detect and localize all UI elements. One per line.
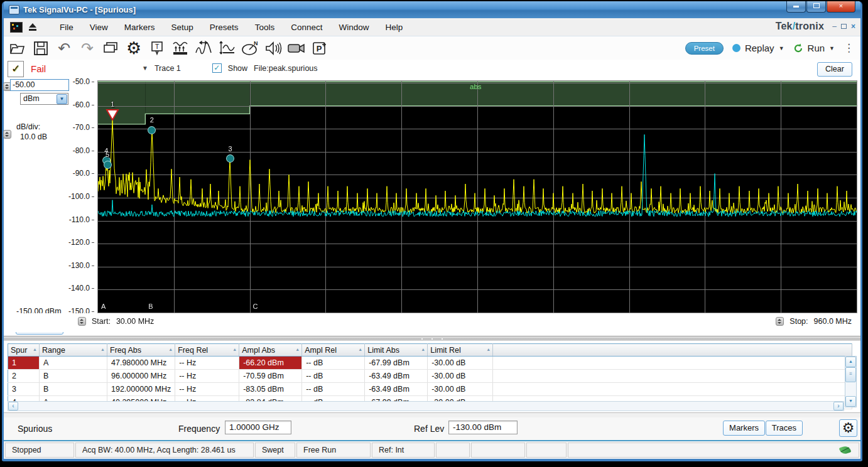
- preset-plus-icon[interactable]: P: [310, 40, 329, 57]
- column-header[interactable]: Ampl Rel▲: [302, 344, 365, 357]
- clear-button[interactable]: Clear: [817, 62, 852, 77]
- menu-help[interactable]: Help: [377, 20, 411, 35]
- table-cell[interactable]: 192.000000 MHz: [107, 383, 175, 396]
- table-cell[interactable]: -66.20 dBm: [239, 357, 302, 370]
- table-cell[interactable]: 47.980000 MHz: [107, 357, 175, 370]
- table-row[interactable]: 2B96.000000 MHz-- Hz-70.59 dBm-- dB-63.4…: [8, 370, 852, 383]
- settings-gear-icon[interactable]: ⚙: [124, 40, 143, 57]
- run-caret-icon[interactable]: ▼: [829, 45, 835, 51]
- table-cell[interactable]: -30.00 dB: [428, 357, 493, 370]
- spectrum-plot[interactable]: abs 12345ABC: [97, 80, 857, 313]
- table-cell[interactable]: -83.05 dBm: [239, 383, 302, 396]
- ref-lev-input[interactable]: -130.00 dBm: [448, 421, 518, 434]
- menu-tools[interactable]: Tools: [247, 20, 283, 35]
- run-button[interactable]: Run ▼: [793, 43, 835, 53]
- menu-markers[interactable]: Markers: [116, 20, 163, 35]
- table-cell[interactable]: -30.00 dB: [428, 370, 493, 383]
- db-div-spinner[interactable]: [3, 130, 11, 139]
- undo-icon[interactable]: ↶: [55, 40, 73, 57]
- child-close-button[interactable]: ×: [851, 22, 855, 31]
- table-cell[interactable]: -- dB: [302, 357, 365, 370]
- show-checkbox[interactable]: ✓: [212, 63, 222, 73]
- more-options-icon[interactable]: ⋮: [844, 41, 854, 55]
- peak-marker-icon[interactable]: [194, 40, 213, 57]
- text-marker-icon[interactable]: T: [148, 40, 166, 57]
- sort-asc-icon[interactable]: ▲: [295, 347, 300, 352]
- spurious-icon[interactable]: [171, 40, 190, 57]
- replay-button[interactable]: Replay ▼: [732, 43, 784, 53]
- trace-dropdown-caret-icon[interactable]: ▼: [142, 65, 148, 72]
- marker-2[interactable]: [148, 127, 155, 134]
- scroll-up-icon[interactable]: ▲: [845, 357, 856, 367]
- sort-asc-icon[interactable]: ▲: [33, 347, 37, 352]
- table-row[interactable]: 1A47.980000 MHz-- Hz-66.20 dBm-- dB-67.9…: [8, 357, 852, 370]
- table-cell[interactable]: -30.00 dB: [428, 383, 493, 396]
- child-restore-button[interactable]: [841, 24, 847, 29]
- unit-select[interactable]: dBm ▼: [20, 93, 68, 105]
- table-cell[interactable]: -- dB: [302, 370, 365, 383]
- menu-presets[interactable]: Presets: [202, 20, 247, 35]
- open-icon[interactable]: [8, 40, 27, 57]
- scroll-thumb[interactable]: ≡: [845, 367, 856, 382]
- column-header[interactable]: Freq Abs▲: [107, 344, 175, 357]
- table-cell[interactable]: B: [40, 370, 107, 383]
- table-cell[interactable]: -70.59 dBm: [239, 370, 302, 383]
- sort-asc-icon[interactable]: ▲: [358, 347, 362, 352]
- stop-freq-spinner[interactable]: [776, 317, 784, 326]
- maximize-button[interactable]: [806, 1, 826, 13]
- column-header[interactable]: Spur▲: [8, 344, 40, 357]
- preset-button[interactable]: Preset: [685, 42, 724, 55]
- marker-5[interactable]: [104, 161, 111, 168]
- table-cell[interactable]: -- Hz: [175, 383, 239, 396]
- marker-1-selected[interactable]: [106, 109, 119, 121]
- title-bar[interactable]: Tek SignalVu-PC - [Spurious] ×: [4, 1, 860, 18]
- table-cell[interactable]: B: [40, 383, 107, 396]
- replay-caret-icon[interactable]: ▼: [779, 45, 784, 51]
- column-header[interactable]: Limit Abs▲: [365, 344, 428, 357]
- scroll-right-icon[interactable]: ›: [833, 402, 844, 411]
- menu-view[interactable]: View: [82, 20, 116, 35]
- table-cell[interactable]: -63.49 dBm: [365, 370, 428, 383]
- table-cell[interactable]: 3: [8, 383, 40, 396]
- settings-button[interactable]: ⚙: [839, 419, 857, 437]
- redo-icon[interactable]: ↷: [78, 40, 97, 57]
- table-cell[interactable]: -- dB: [302, 383, 365, 396]
- table-cell[interactable]: -- Hz: [175, 370, 239, 383]
- ref-level-input[interactable]: -50.00: [10, 79, 69, 91]
- displays-icon[interactable]: [101, 40, 120, 57]
- markers-button[interactable]: Markers: [723, 421, 765, 436]
- menu-connect[interactable]: Connect: [283, 20, 330, 35]
- minimize-button[interactable]: [786, 1, 806, 13]
- db-div-value[interactable]: 10.0 dB: [20, 132, 47, 141]
- menu-window[interactable]: Window: [330, 20, 377, 35]
- table-row[interactable]: 3B192.000000 MHz-- Hz-83.05 dBm-- dB-63.…: [8, 383, 852, 396]
- save-icon[interactable]: [31, 40, 50, 57]
- table-cell[interactable]: 1: [8, 357, 40, 370]
- scroll-down-icon[interactable]: ▼: [845, 396, 856, 407]
- vertical-scrollbar[interactable]: ▲ ≡ ▼: [845, 356, 857, 407]
- trace-limit-icon[interactable]: [217, 40, 236, 57]
- traces-button[interactable]: Traces: [766, 421, 803, 436]
- table-cell[interactable]: -- Hz: [175, 357, 239, 370]
- measurement-app-icon[interactable]: [10, 22, 23, 33]
- child-minimize-button[interactable]: –: [832, 22, 837, 31]
- scroll-left-icon[interactable]: ‹: [8, 402, 18, 411]
- eject-icon[interactable]: [28, 23, 38, 31]
- close-button[interactable]: ×: [827, 1, 855, 13]
- noise-meter-icon[interactable]: N: [241, 40, 259, 57]
- audio-icon[interactable]: [264, 40, 283, 57]
- table-cell[interactable]: A: [40, 357, 107, 370]
- trace-selector[interactable]: Trace 1: [155, 64, 181, 73]
- table-cell[interactable]: 2: [8, 370, 40, 383]
- table-cell[interactable]: -67.99 dBm: [365, 357, 428, 370]
- start-freq-spinner[interactable]: [78, 317, 86, 326]
- spur-table[interactable]: Spur▲Range▲Freq Abs▲Freq Rel▲Ampl Abs▲Am…: [8, 343, 852, 409]
- start-value[interactable]: 30.00 MHz: [116, 317, 154, 326]
- column-header[interactable]: Range▲: [40, 344, 107, 357]
- stop-value[interactable]: 960.0 MHz: [814, 317, 852, 326]
- camera-icon[interactable]: [287, 40, 306, 57]
- horizontal-scrollbar[interactable]: ‹ ›: [8, 401, 844, 411]
- sort-asc-icon[interactable]: ▲: [486, 347, 491, 352]
- sort-asc-icon[interactable]: ▲: [232, 347, 237, 352]
- column-header[interactable]: Limit Rel▲: [428, 344, 493, 357]
